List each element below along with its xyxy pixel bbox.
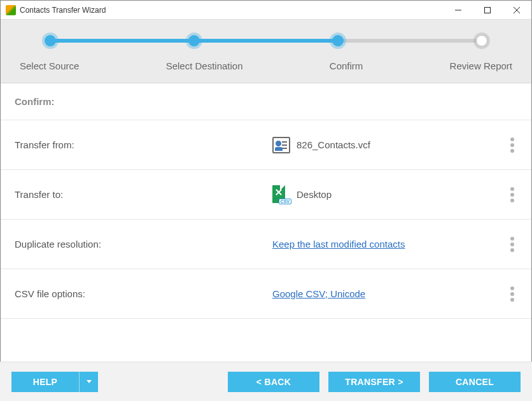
row-duplicate-resolution: Duplicate resolution: Keep the last modi… — [1, 220, 531, 269]
cancel-button[interactable]: CANCEL — [429, 372, 521, 392]
section-heading: Confirm: — [1, 83, 531, 120]
back-button[interactable]: < BACK — [228, 372, 319, 392]
link-duplicate-resolution[interactable]: Keep the last modified contacts — [272, 239, 405, 250]
label-csv-options: CSV file options: — [15, 288, 272, 299]
csv-icon: CSV — [272, 185, 290, 204]
help-button-label: HELP — [11, 377, 79, 387]
value-transfer-from: 826_Contacts.vcf — [297, 139, 370, 150]
step-node-review-report — [476, 35, 487, 46]
label-duplicate-resolution: Duplicate resolution: — [15, 239, 272, 250]
step-label-confirm: Confirm — [330, 60, 363, 71]
link-csv-options[interactable]: Google CSV; Unicode — [272, 288, 365, 299]
kebab-transfer-to[interactable] — [505, 187, 520, 202]
transfer-button[interactable]: TRANSFER > — [328, 372, 420, 392]
step-label-review-report: Review Report — [450, 60, 512, 71]
value-transfer-to: Desktop — [297, 189, 332, 200]
stepper: Select Source Select Destination Confirm… — [1, 20, 531, 83]
svg-rect-1 — [485, 7, 491, 13]
vcf-icon — [272, 137, 290, 153]
footer: HELP < BACK TRANSFER > CANCEL — [0, 362, 532, 401]
app-icon — [6, 5, 16, 15]
close-button[interactable] — [502, 1, 531, 20]
label-transfer-to: Transfer to: — [15, 189, 272, 200]
row-transfer-from: Transfer from: 826_Contacts.vcf — [1, 120, 531, 170]
kebab-csv-options[interactable] — [505, 286, 520, 302]
window-controls — [444, 1, 531, 20]
window-title: Contacts Transfer Wizard — [20, 6, 106, 15]
help-button[interactable]: HELP — [11, 372, 98, 392]
svg-marker-4 — [87, 380, 92, 383]
titlebar: Contacts Transfer Wizard — [1, 1, 531, 20]
row-csv-options: CSV file options: Google CSV; Unicode — [1, 269, 531, 319]
help-dropdown-caret[interactable] — [79, 372, 98, 392]
step-node-confirm — [332, 35, 344, 46]
minimize-button[interactable] — [444, 1, 473, 20]
maximize-button[interactable] — [473, 1, 502, 20]
row-transfer-to: Transfer to: CSV Desktop — [1, 170, 531, 220]
step-label-select-source: Select Source — [20, 60, 79, 71]
kebab-transfer-from[interactable] — [505, 137, 520, 153]
step-node-select-source — [45, 35, 56, 46]
label-transfer-from: Transfer from: — [15, 139, 272, 150]
step-label-select-destination: Select Destination — [166, 60, 243, 71]
step-node-select-destination — [188, 35, 200, 46]
kebab-duplicate-resolution[interactable] — [505, 237, 520, 252]
